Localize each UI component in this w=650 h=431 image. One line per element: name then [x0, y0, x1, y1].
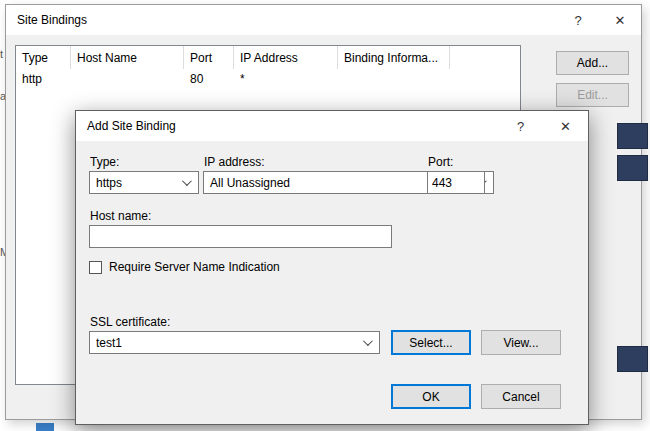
port-label: Port:: [428, 155, 453, 169]
ssl-certificate-label: SSL certificate:: [90, 315, 170, 329]
screen: t a M Site Bindings ? ✕ Type Host Name P…: [0, 0, 650, 431]
close-icon[interactable]: ✕: [599, 5, 641, 35]
sni-row: Require Server Name Indication: [89, 260, 280, 274]
ok-button[interactable]: OK: [391, 384, 471, 409]
chevron-down-icon: [363, 336, 373, 346]
ssl-certificate-dropdown-value: test1: [96, 336, 122, 350]
host-name-input[interactable]: [89, 225, 392, 248]
site-bindings-title: Site Bindings: [17, 13, 87, 27]
select-button[interactable]: Select...: [391, 330, 471, 355]
column-header-filler: [450, 46, 520, 69]
sni-checkbox[interactable]: [89, 261, 102, 274]
cancel-button[interactable]: Cancel: [481, 384, 561, 409]
column-header-port[interactable]: Port: [184, 46, 234, 69]
cell-type: http: [16, 72, 71, 86]
partially-hidden-button: [617, 346, 648, 372]
host-name-label: Host name:: [90, 209, 151, 223]
column-header-host-name[interactable]: Host Name: [71, 46, 184, 69]
add-site-binding-dialog: Add Site Binding ? ✕ Type: https IP addr…: [75, 110, 589, 425]
site-bindings-titlebar[interactable]: Site Bindings ? ✕: [6, 5, 641, 35]
help-icon[interactable]: ?: [498, 111, 543, 141]
ip-address-label: IP address:: [204, 155, 264, 169]
sni-label: Require Server Name Indication: [109, 260, 280, 274]
ip-address-dropdown-value: All Unassigned: [210, 176, 290, 190]
column-header-type[interactable]: Type: [16, 46, 71, 69]
chevron-down-icon: [182, 176, 192, 186]
add-site-binding-title: Add Site Binding: [87, 119, 176, 133]
background-accent-fragment: [36, 423, 54, 431]
help-icon[interactable]: ?: [557, 5, 599, 35]
add-site-binding-titlebar[interactable]: Add Site Binding ? ✕: [76, 111, 588, 141]
port-input[interactable]: [427, 171, 485, 194]
type-dropdown[interactable]: https: [89, 171, 199, 194]
close-icon[interactable]: ✕: [543, 111, 588, 141]
add-button[interactable]: Add...: [556, 51, 629, 75]
type-dropdown-value: https: [96, 176, 122, 190]
view-button[interactable]: View...: [481, 330, 561, 355]
type-label: Type:: [90, 155, 119, 169]
column-header-ip-address[interactable]: IP Address: [234, 46, 338, 69]
cell-ip-address: *: [234, 72, 338, 86]
table-row[interactable]: http 80 *: [16, 69, 520, 88]
edit-button: Edit...: [556, 83, 629, 107]
column-header-binding-info[interactable]: Binding Informa...: [338, 46, 450, 69]
partially-hidden-button: [617, 123, 648, 149]
cell-port: 80: [184, 72, 234, 86]
ssl-certificate-dropdown[interactable]: test1: [89, 331, 380, 354]
partially-hidden-button: [617, 155, 648, 181]
bindings-list-header: Type Host Name Port IP Address Binding I…: [16, 46, 520, 69]
